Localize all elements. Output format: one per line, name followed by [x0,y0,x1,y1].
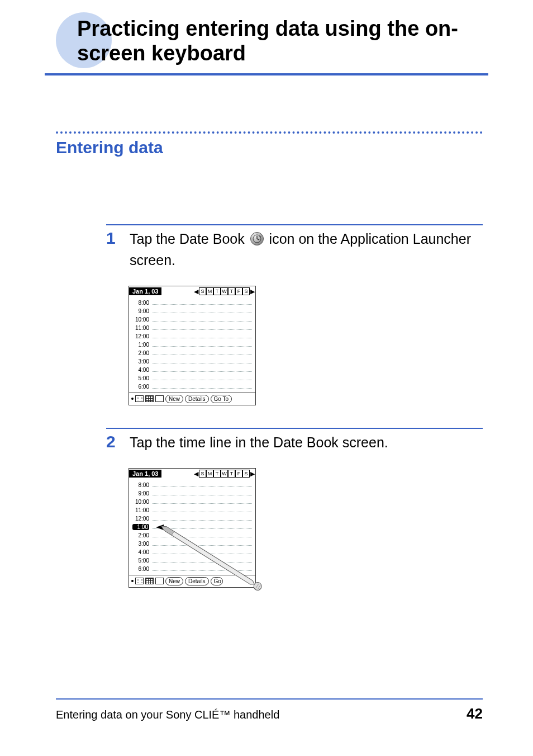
time-slot[interactable]: 4:00 [132,366,252,375]
step-rule [106,224,483,225]
svg-line-5 [256,583,259,588]
time-slot[interactable]: 2:00 [132,349,252,358]
prev-week-icon[interactable]: ◀ [193,470,199,478]
day-f[interactable]: F [235,287,242,295]
datebook-icon [250,231,264,251]
time-slot[interactable]: 10:00 [132,498,252,507]
datebook-screenshot-2: Jan 1, 03 ◀ S M T W T F S ▶ 8:00 9:00 10… [129,468,256,588]
time-slot[interactable]: 9:00 [132,490,252,498]
view-icon[interactable] [155,395,164,402]
subtitle-dotted-rule [56,131,483,134]
next-week-icon[interactable]: ▶ [250,288,255,295]
day-s1[interactable]: S [199,470,206,478]
svg-line-6 [258,585,260,589]
new-button[interactable]: New [165,395,183,403]
time-slot[interactable]: 11:00 [132,507,252,515]
section-subtitle: Entering data [56,138,483,157]
day-f[interactable]: F [235,470,242,478]
time-slot[interactable]: 11:00 [132,324,252,333]
time-slot[interactable]: 1:00 [132,341,252,349]
step-1: 1 Tap the Date Book [106,230,483,270]
step-body: Tap the time line in the Date Book scree… [130,433,483,452]
time-slot[interactable]: 3:00 [132,358,252,366]
datebook-date-label: Jan 1, 03 [129,470,161,478]
footer-rule [56,698,483,700]
time-slot[interactable]: 4:00 [132,549,252,557]
list-view-icon[interactable] [135,395,144,402]
day-w[interactable]: W [221,470,228,478]
time-slot[interactable]: 12:00 [132,333,252,341]
goto-button-truncated[interactable]: Go [211,577,223,585]
page-footer: Entering data on your Sony CLIÉ™ handhel… [56,698,483,722]
details-button[interactable]: Details [185,577,209,585]
month-view-icon[interactable] [145,395,154,402]
bullet-icon [131,398,134,400]
datebook-titlebar: Jan 1, 03 ◀ S M T W T F S ▶ [129,286,255,297]
list-view-icon[interactable] [135,578,144,584]
time-slot[interactable]: 9:00 [132,308,252,316]
footer-text: Entering data on your Sony CLIÉ™ handhel… [56,708,279,721]
day-m[interactable]: M [206,470,213,478]
datebook-titlebar: Jan 1, 03 ◀ S M T W T F S ▶ [129,469,255,479]
details-button[interactable]: Details [185,395,209,403]
next-week-icon[interactable]: ▶ [250,470,255,478]
day-t2[interactable]: T [228,470,235,478]
datebook-screenshot-1: Jan 1, 03 ◀ S M T W T F S ▶ 8:00 9:00 10… [129,286,256,405]
step-rule [106,428,483,429]
title-rule [45,73,488,75]
page-number: 42 [467,705,483,722]
day-s2[interactable]: S [242,470,250,478]
day-t2[interactable]: T [228,287,235,295]
datebook-week-nav: ◀ S M T W T F S ▶ [193,470,255,478]
step-number: 2 [106,433,120,452]
day-w[interactable]: W [221,287,228,295]
prev-week-icon[interactable]: ◀ [193,288,199,295]
selected-time-label: 1:00 [132,524,149,530]
datebook-body: 8:00 9:00 10:00 11:00 12:00 1:00 2:00 3:… [129,479,255,575]
time-slot[interactable]: 8:00 [132,481,252,490]
time-slot[interactable]: 5:00 [132,557,252,565]
step-number: 1 [106,230,120,270]
datebook-footer: New Details Go To [129,393,255,405]
datebook-body: 8:00 9:00 10:00 11:00 12:00 1:00 2:00 3:… [129,297,255,393]
page-title: Practicing entering data using the on-sc… [67,17,483,65]
time-slot-selected[interactable]: 1:00 [132,523,252,532]
view-icon[interactable] [155,578,164,584]
time-slot[interactable]: 6:00 [132,565,252,574]
new-button[interactable]: New [165,577,183,585]
day-t1[interactable]: T [213,470,221,478]
day-s1[interactable]: S [199,287,206,295]
time-slot[interactable]: 8:00 [132,299,252,308]
time-slot[interactable]: 2:00 [132,532,252,540]
datebook-footer: New Details Go [129,575,255,587]
datebook-week-nav: ◀ S M T W T F S ▶ [193,287,255,295]
day-m[interactable]: M [206,287,213,295]
time-slot[interactable]: 6:00 [132,383,252,391]
goto-button[interactable]: Go To [211,395,232,403]
step-text-a: Tap the Date Book [130,231,249,247]
time-slot[interactable]: 12:00 [132,515,252,523]
datebook-date-label: Jan 1, 03 [129,287,161,295]
day-t1[interactable]: T [213,287,221,295]
month-view-icon[interactable] [145,578,154,584]
step-2: 2 Tap the time line in the Date Book scr… [106,433,483,452]
time-slot[interactable]: 5:00 [132,375,252,383]
time-slot[interactable]: 10:00 [132,316,252,324]
bullet-icon [131,580,134,582]
time-slot[interactable]: 3:00 [132,540,252,549]
day-s2[interactable]: S [242,287,250,295]
step-body: Tap the Date Book [130,230,483,270]
